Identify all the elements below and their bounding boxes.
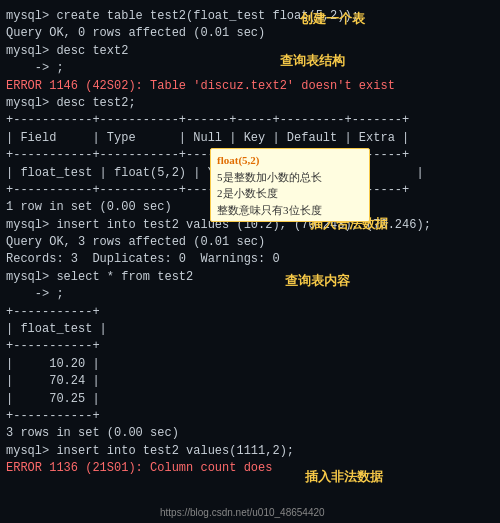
terminal-line-l4: mysql> desc text2 (6, 43, 494, 60)
terminal-line-l7: mysql> desc test2; (6, 95, 494, 112)
terminal-line-l11: | float_test | float(5,2) | YES | | NULL… (6, 165, 494, 182)
terminal-line-l1: mysql> create table test2(float_test flo… (6, 8, 494, 25)
watermark: https://blog.csdn.net/u010_48654420 (160, 507, 325, 518)
terminal-line-l25: | 70.24 | (6, 373, 494, 390)
terminal-line-l5: -> ; (6, 60, 494, 77)
terminal-line-l20: -> ; (6, 286, 494, 303)
terminal-line-l31: ERROR 1136 (21S01): Column count does (6, 460, 494, 477)
terminal-line-l2: Query OK, 0 rows affected (0.01 sec) (6, 25, 494, 42)
terminal-line-l28: 3 rows in set (0.00 sec) (6, 425, 494, 442)
terminal-line-l21: +-----------+ (6, 304, 494, 321)
terminal-line-l19: mysql> select * from test2 (6, 269, 494, 286)
terminal: mysql> create table test2(float_test flo… (0, 0, 500, 523)
terminal-line-l26: | 70.25 | (6, 391, 494, 408)
terminal-line-l27: +-----------+ (6, 408, 494, 425)
terminal-line-l8: +-----------+-----------+------+-----+--… (6, 112, 494, 129)
terminal-line-l15: mysql> insert into test2 values (10.2), … (6, 217, 494, 234)
terminal-line-l17: Records: 3 Duplicates: 0 Warnings: 0 (6, 251, 494, 268)
terminal-line-l12: +-----------+-----------+------+-----+--… (6, 182, 494, 199)
terminal-line-l30: mysql> insert into test2 values(1111,2); (6, 443, 494, 460)
terminal-line-l22: | float_test | (6, 321, 494, 338)
terminal-line-l6: ERROR 1146 (42S02): Table 'discuz.text2'… (6, 78, 494, 95)
terminal-line-l9: | Field | Type | Null | Key | Default | … (6, 130, 494, 147)
terminal-line-l13: 1 row in set (0.00 sec) (6, 199, 494, 216)
terminal-line-l23: +-----------+ (6, 338, 494, 355)
terminal-line-l24: | 10.20 | (6, 356, 494, 373)
terminal-line-l10: +-----------+-----------+------+-----+--… (6, 147, 494, 164)
terminal-line-l16: Query OK, 3 rows affected (0.01 sec) (6, 234, 494, 251)
